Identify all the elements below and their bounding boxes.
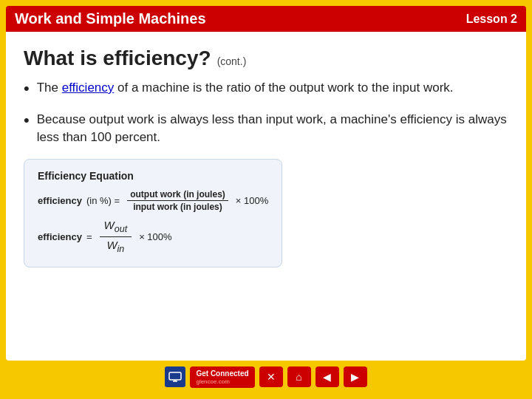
home-button[interactable]: ⌂	[287, 366, 311, 387]
x-icon: ✕	[267, 371, 276, 383]
close-button[interactable]: ✕	[259, 366, 283, 387]
page-heading: What is efficiency? (cont.)	[24, 47, 508, 70]
bullet-item-1: • The efficiency of a machine is the rat…	[24, 79, 508, 100]
efficiency-link[interactable]: efficiency	[62, 81, 115, 95]
forward-button[interactable]: ▶	[344, 366, 367, 387]
back-icon: ◀	[323, 371, 331, 383]
equation-row-2: efficiency = Wout Win × 100%	[38, 219, 268, 255]
frac-denominator-1: input work (in joules)	[130, 201, 225, 212]
frac-large-den: Win	[102, 237, 129, 255]
connect-label: Get Connected	[196, 369, 248, 378]
eq-text-1: (in %) =	[86, 195, 120, 206]
monitor-icon	[165, 366, 185, 387]
bullet-text-2: Because output work is always less than …	[37, 111, 508, 147]
equation-row-1: efficiency (in %) = output work (in joul…	[38, 189, 268, 213]
get-connected-button[interactable]: Get Connected glencoe.com	[190, 366, 254, 388]
back-button[interactable]: ◀	[316, 366, 339, 387]
eq-multiply-2: × 100%	[139, 231, 171, 242]
eq-equals-2: =	[86, 231, 92, 242]
bullet-item-2: • Because output work is always less tha…	[24, 111, 508, 147]
equation-box: Efficiency Equation efficiency (in %) = …	[24, 159, 282, 267]
fraction-2: Wout Win	[100, 219, 132, 255]
forward-icon: ▶	[351, 371, 359, 383]
fraction-1: output work (in joules) input work (in j…	[127, 189, 228, 213]
heading-cont: (cont.)	[217, 55, 247, 67]
equation-title: Efficiency Equation	[38, 170, 268, 182]
frac-large-num: Wout	[100, 219, 132, 237]
connect-url: glencoe.com	[196, 378, 248, 385]
eq-label-2: efficiency	[38, 231, 82, 242]
frac-numerator-1: output work (in joules)	[127, 189, 228, 201]
app-wrapper: Work and Simple Machines Lesson 2 What i…	[0, 0, 532, 399]
lesson-label: Lesson 2	[466, 13, 517, 26]
eq-multiply-1: × 100%	[236, 195, 268, 206]
home-icon: ⌂	[296, 371, 301, 383]
bullet-list: • The efficiency of a machine is the rat…	[24, 79, 508, 147]
svg-rect-0	[169, 372, 181, 380]
header-title: Work and Simple Machines	[15, 10, 206, 27]
bullet-dot-1: •	[24, 78, 30, 100]
header-bar: Work and Simple Machines Lesson 2	[6, 6, 526, 32]
content-area: What is efficiency? (cont.) • The effici…	[6, 32, 526, 361]
eq-label-1: efficiency	[38, 195, 82, 206]
bullet-dot-2: •	[24, 109, 30, 132]
footer-bar: Get Connected glencoe.com ✕ ⌂ ◀ ▶	[6, 361, 526, 393]
heading-main: What is efficiency?	[24, 47, 211, 70]
bullet-text-1: The efficiency of a machine is the ratio…	[37, 79, 454, 98]
